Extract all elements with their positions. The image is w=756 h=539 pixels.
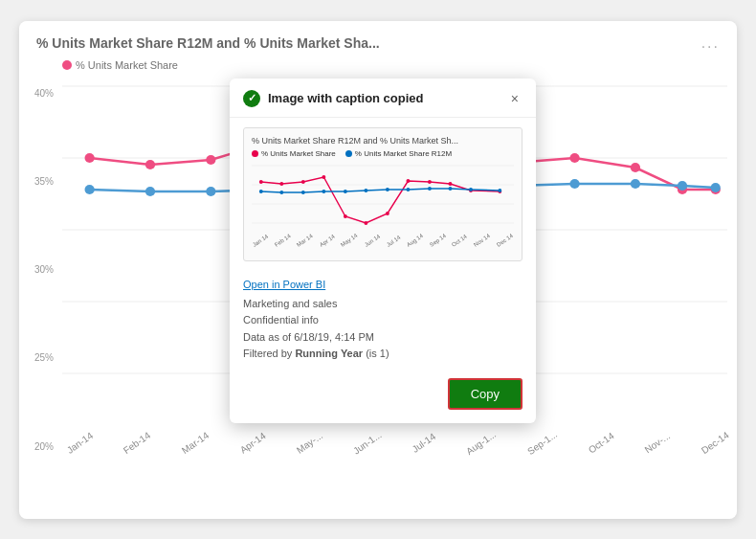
mini-chart-svg xyxy=(252,161,514,237)
mini-x-axis: Jan 14 Feb 14 Mar 14 Apr 14 May 14 Jun 1… xyxy=(252,241,514,249)
modal-meta: Marketing and sales Confidential info Da… xyxy=(243,296,523,363)
modal-title-text: Image with caption copied xyxy=(268,91,424,105)
svg-point-42 xyxy=(449,182,453,186)
meta-line4-suffix: (is 1) xyxy=(363,348,389,359)
svg-point-35 xyxy=(301,180,305,184)
svg-point-34 xyxy=(279,182,283,186)
svg-point-55 xyxy=(469,188,473,191)
meta-line4-bold: Running Year xyxy=(295,348,363,359)
main-card: % Units Market Share R12M and % Units Ma… xyxy=(19,21,737,519)
mini-legend-item-red: % Units Market Share xyxy=(252,149,336,158)
svg-point-46 xyxy=(279,191,283,194)
svg-point-45 xyxy=(259,190,263,193)
mini-legend: % Units Market Share % Units Market Shar… xyxy=(252,149,514,158)
modal-info: Open in Power BI Marketing and sales Con… xyxy=(230,271,536,372)
svg-point-52 xyxy=(406,188,410,191)
svg-point-37 xyxy=(344,214,347,218)
copy-modal: Image with caption copied × % Units Mark… xyxy=(230,79,536,423)
svg-point-38 xyxy=(364,221,367,225)
svg-point-53 xyxy=(428,187,432,191)
mini-legend-label-red: % Units Market Share xyxy=(261,149,336,158)
svg-point-47 xyxy=(301,191,305,194)
svg-point-51 xyxy=(386,188,389,191)
meta-line1: Marketing and sales xyxy=(243,296,523,313)
modal-title-area: Image with caption copied xyxy=(243,90,424,107)
mini-chart-preview: % Units Market Share R12M and % Units Ma… xyxy=(243,127,523,261)
copy-btn-container: Copy xyxy=(230,372,536,423)
mini-legend-item-blue: % Units Market Share R12M xyxy=(345,149,452,158)
svg-point-39 xyxy=(386,212,389,215)
svg-point-49 xyxy=(344,190,347,193)
svg-point-41 xyxy=(428,180,432,184)
svg-point-56 xyxy=(498,189,501,192)
success-icon xyxy=(243,90,260,107)
mini-chart-title: % Units Market Share R12M and % Units Ma… xyxy=(252,136,514,146)
close-button[interactable]: × xyxy=(507,90,523,107)
modal-header: Image with caption copied × xyxy=(230,79,536,118)
svg-point-50 xyxy=(364,189,367,192)
meta-line4-prefix: Filtered by xyxy=(243,348,295,359)
meta-line2: Confidential info xyxy=(243,312,523,329)
open-in-powerbi-link[interactable]: Open in Power BI xyxy=(243,279,325,290)
svg-point-48 xyxy=(322,190,325,193)
svg-point-33 xyxy=(259,180,263,184)
svg-point-36 xyxy=(322,175,325,179)
meta-line4: Filtered by Running Year (is 1) xyxy=(243,346,523,363)
mini-dot-red xyxy=(252,150,258,157)
svg-point-54 xyxy=(449,187,453,191)
copy-button[interactable]: Copy xyxy=(448,378,523,410)
mini-legend-label-blue: % Units Market Share R12M xyxy=(355,149,452,158)
meta-line3: Data as of 6/18/19, 4:14 PM xyxy=(243,329,523,347)
mini-dot-blue xyxy=(345,150,352,157)
svg-point-40 xyxy=(406,179,410,183)
